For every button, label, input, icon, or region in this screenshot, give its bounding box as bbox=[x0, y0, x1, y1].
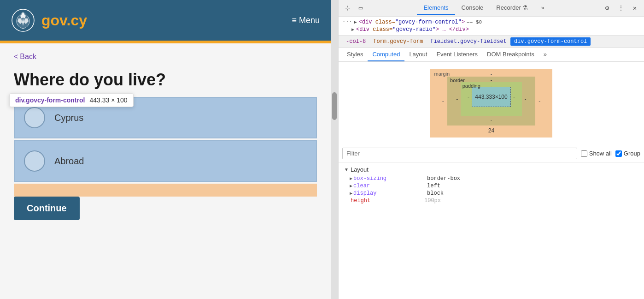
page-title: Where do you live? bbox=[14, 70, 317, 90]
box-model-border: border - - padding - - 443.333×100 bbox=[447, 77, 535, 126]
border-bottom-dash: - bbox=[454, 117, 529, 123]
tab-dom-breakpoints[interactable]: DOM Breakpoints bbox=[482, 48, 539, 61]
box-model-margin: margin - - border - - padding - - bbox=[430, 69, 552, 138]
tab-more-inner[interactable]: » bbox=[539, 48, 551, 61]
gov-logo-area: gov.cy bbox=[11, 8, 87, 32]
section-triangle: ▼ bbox=[344, 167, 349, 172]
show-all-label: Show all bbox=[589, 150, 612, 157]
box-model-area: margin - - border - - padding - - bbox=[339, 62, 644, 145]
radio-label-cyprus: Cyprus bbox=[54, 113, 83, 123]
tooltip-dimensions: 443.33 × 100 bbox=[89, 96, 127, 104]
prop-value-height: 100px bbox=[424, 197, 441, 204]
prop-value-clear: left bbox=[427, 183, 440, 189]
padding-sides: - 443.333×100 - bbox=[465, 87, 518, 107]
more-options-icon[interactable]: ⋮ bbox=[615, 3, 626, 14]
box-model-content: 443.333×100 bbox=[472, 87, 510, 107]
box-model-padding: padding - - 443.333×100 - - bbox=[461, 82, 522, 116]
css-row-clear: ▶ clear left bbox=[344, 182, 638, 190]
tab-console[interactable]: Console bbox=[455, 1, 490, 15]
element-tooltip: div.govcy-form-control 443.33 × 100 bbox=[9, 93, 134, 107]
prop-value-box-sizing: border-box bbox=[427, 175, 460, 182]
border-right-dash: - bbox=[522, 96, 529, 102]
expand-box-sizing[interactable]: ▶ bbox=[350, 176, 352, 181]
devtools-breadcrumb: -col-8 form.govcy-form fieldset.govcy-fi… bbox=[339, 36, 644, 48]
margin-top-dash: - bbox=[491, 71, 492, 77]
radio-circle-cyprus[interactable] bbox=[24, 107, 45, 128]
breadcrumb-form[interactable]: form.govcy-form bbox=[369, 37, 427, 46]
dom-tag-1: <div class="govcy-form-control"> bbox=[359, 19, 465, 25]
tab-event-listeners[interactable]: Event Listeners bbox=[432, 48, 482, 61]
gov-logo-text: gov.cy bbox=[41, 12, 87, 29]
tab-recorder[interactable]: Recorder ⚗ bbox=[490, 1, 534, 15]
filter-bar: Show all Group bbox=[339, 145, 644, 162]
gov-header: gov.cy ≡ Menu bbox=[0, 0, 331, 41]
dom-inspector: ··· ▶ <div class="govcy-form-control"> =… bbox=[339, 17, 644, 36]
dom-dollar: == $0 bbox=[467, 19, 482, 25]
radio-circle-abroad[interactable] bbox=[24, 150, 45, 172]
dom-tag-2: <div class="govcy-radio"> … </div> bbox=[356, 26, 469, 33]
gov-text: gov. bbox=[41, 12, 70, 29]
dom-line-1: ··· ▶ <div class="govcy-form-control"> =… bbox=[342, 18, 640, 26]
prop-name-box-sizing: box-sizing bbox=[353, 175, 427, 182]
filter-input[interactable] bbox=[342, 148, 577, 159]
tab-elements[interactable]: Elements bbox=[417, 1, 455, 15]
expand-clear[interactable]: ▶ bbox=[350, 183, 352, 189]
border-sides: - padding - - 443.333×100 - - bbox=[454, 82, 529, 116]
css-row-height: height 100px bbox=[344, 197, 638, 204]
margin-sides: - border - - padding - - bbox=[439, 77, 543, 126]
svg-point-1 bbox=[22, 13, 24, 15]
radio-option-abroad[interactable]: Abroad bbox=[14, 140, 317, 182]
margin-left-dash: - bbox=[439, 98, 446, 104]
dom-line-2: ▶ <div class="govcy-radio"> … </div> bbox=[342, 26, 640, 33]
layout-section-header[interactable]: ▼ Layout bbox=[344, 166, 638, 173]
prop-name-display: display bbox=[353, 190, 427, 197]
tab-styles[interactable]: Styles bbox=[342, 48, 368, 61]
expand-display[interactable]: ▶ bbox=[350, 191, 352, 196]
css-row-box-sizing: ▶ box-sizing border-box bbox=[344, 175, 638, 182]
continue-button[interactable]: Continue bbox=[14, 197, 80, 220]
devtools-header-left: ⊹ ▭ bbox=[342, 3, 366, 14]
prop-name-height: height bbox=[351, 197, 424, 204]
padding-left-dash: - bbox=[465, 94, 472, 100]
device-icon[interactable]: ▭ bbox=[355, 3, 366, 14]
scrollbar-thumb[interactable] bbox=[332, 92, 337, 120]
css-row-display: ▶ display block bbox=[344, 190, 638, 197]
tab-more[interactable]: » bbox=[534, 1, 550, 15]
settings-icon[interactable]: ⚙ bbox=[602, 3, 613, 14]
website-content: < Back Where do you live? div.govcy-form… bbox=[0, 43, 331, 299]
padding-right-dash: - bbox=[511, 94, 518, 100]
close-icon[interactable]: ✕ bbox=[629, 3, 640, 14]
prop-name-clear: clear bbox=[353, 183, 427, 189]
devtools-panel: ⊹ ▭ Elements Console Recorder ⚗ » ⚙ ⋮ ✕ … bbox=[338, 0, 644, 299]
tooltip-class: div.govcy-form-control bbox=[15, 96, 85, 104]
show-all-checkbox[interactable] bbox=[581, 150, 587, 157]
group-checkbox[interactable] bbox=[615, 150, 622, 157]
prop-value-display: block bbox=[427, 190, 444, 197]
show-all-group: Show all bbox=[581, 150, 612, 157]
options-container: Cyprus Abroad bbox=[14, 97, 317, 182]
breadcrumb-col8[interactable]: -col-8 bbox=[342, 37, 369, 46]
devtools-header: ⊹ ▭ Elements Console Recorder ⚗ » ⚙ ⋮ ✕ bbox=[339, 0, 644, 17]
padding-top-dash: - bbox=[490, 83, 493, 89]
layout-section-label: Layout bbox=[351, 166, 369, 173]
gov-menu-button[interactable]: ≡ Menu bbox=[292, 16, 320, 25]
group-label: Group bbox=[624, 150, 640, 157]
breadcrumb-fieldset[interactable]: fieldset.govcy-fieldset bbox=[427, 37, 510, 46]
cy-text: cy bbox=[70, 12, 87, 29]
radio-label-abroad: Abroad bbox=[54, 156, 84, 167]
css-properties: ▼ Layout ▶ box-sizing border-box ▶ clear… bbox=[339, 162, 644, 299]
tab-layout[interactable]: Layout bbox=[404, 48, 432, 61]
dom-triangle-1[interactable]: ▶ bbox=[354, 19, 357, 25]
margin-bottom-number: 24 bbox=[439, 127, 543, 134]
back-link[interactable]: < Back bbox=[14, 53, 317, 61]
group-group: Group bbox=[615, 150, 640, 157]
tab-computed[interactable]: Computed bbox=[368, 48, 404, 61]
breadcrumb-active[interactable]: div.govcy-form-control bbox=[510, 37, 591, 46]
dom-triangle-2[interactable]: ▶ bbox=[351, 27, 354, 32]
devtools-header-right: ⚙ ⋮ ✕ bbox=[602, 3, 640, 14]
gov-logo-icon bbox=[11, 8, 35, 32]
padding-label: padding bbox=[463, 83, 480, 89]
scrollbar-divider bbox=[331, 0, 338, 299]
cursor-icon[interactable]: ⊹ bbox=[342, 3, 353, 14]
highlighted-section bbox=[14, 184, 317, 197]
